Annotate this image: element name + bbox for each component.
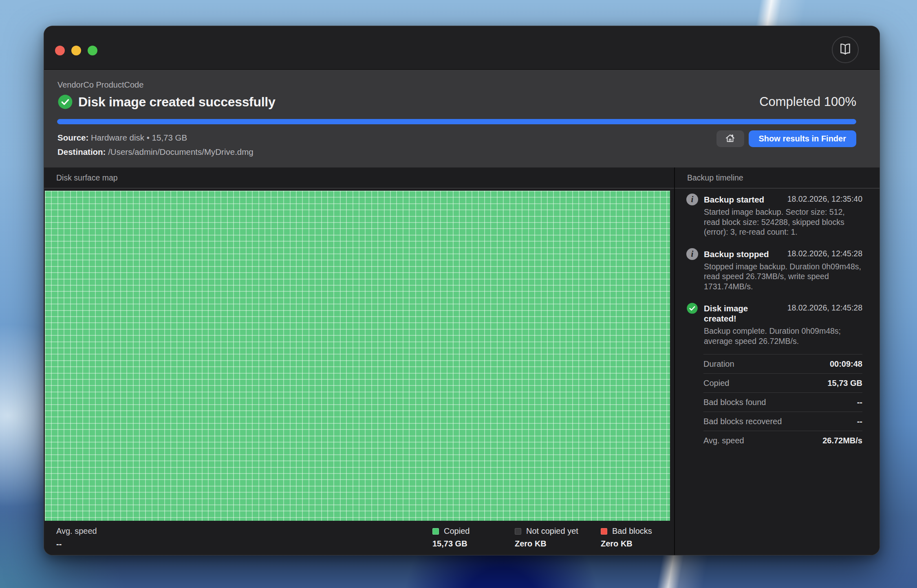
- stat-value: --: [857, 398, 862, 407]
- avg-speed-label: Avg. speed: [56, 526, 97, 536]
- legend-not-copied: Not copied yet Zero KB: [515, 526, 578, 548]
- stat-row: Duration 00:09:48: [703, 354, 862, 373]
- timeline-title: Backup timeline: [687, 173, 743, 183]
- stat-value: 26.72MB/s: [822, 436, 862, 445]
- stat-row: Bad blocks recovered --: [703, 412, 862, 431]
- stat-row: Copied 15,73 GB: [703, 373, 862, 392]
- timeline-content: i Backup started 18.02.2026, 12:35:40 St…: [675, 189, 880, 450]
- legend-copied: Copied 15,73 GB: [432, 526, 470, 548]
- source-line: Source: Hardware disk • 15,73 GB: [57, 133, 187, 143]
- legend-label: Bad blocks: [612, 526, 652, 536]
- event-description: Started image backup. Sector size: 512, …: [704, 207, 862, 237]
- status-row: Disk image created successfully Complete…: [57, 94, 856, 110]
- backup-timeline-panel: Backup timeline i Backup started 18.02.2…: [675, 167, 880, 555]
- timeline-stats: Duration 00:09:48 Copied 15,73 GB Bad bl…: [703, 354, 862, 450]
- minimize-button[interactable]: [71, 46, 81, 55]
- disk-surface-map: [45, 191, 670, 521]
- info-icon: i: [686, 248, 698, 260]
- stat-label: Copied: [703, 379, 729, 388]
- main-content: Disk surface map Avg. speed -- Copied 15…: [44, 167, 880, 555]
- info-icon: i: [686, 194, 698, 205]
- book-icon: [838, 42, 853, 58]
- event-description: Backup complete. Duration 0h09m48s; aver…: [704, 326, 862, 346]
- legend-label: Not copied yet: [526, 526, 578, 536]
- event-datetime: 18.02.2026, 12:35:40: [787, 194, 862, 205]
- stat-value: 15,73 GB: [827, 379, 862, 388]
- bad-blocks-swatch-icon: [601, 528, 607, 535]
- not-copied-swatch-icon: [515, 528, 521, 535]
- destination-label: Destination:: [57, 147, 106, 156]
- log-book-button[interactable]: [832, 36, 859, 63]
- stat-value: 00:09:48: [830, 359, 862, 369]
- event-title: Disk image created!: [704, 303, 775, 324]
- destination-line: Destination: /Users/admin/Documents/MyDr…: [57, 147, 253, 157]
- copied-swatch-icon: [432, 528, 439, 535]
- legend-label: Copied: [444, 526, 470, 536]
- legend-value: Zero KB: [515, 539, 578, 548]
- timeline-event: Disk image created! 18.02.2026, 12:45:28…: [686, 303, 862, 346]
- timeline-event: i Backup started 18.02.2026, 12:35:40 St…: [686, 194, 862, 237]
- stat-row: Bad blocks found --: [703, 392, 862, 412]
- surface-map-header: Disk surface map: [44, 167, 674, 189]
- stat-label: Bad blocks recovered: [703, 417, 782, 426]
- success-check-icon: [686, 302, 698, 314]
- timeline-header: Backup timeline: [675, 167, 880, 189]
- surface-map-title: Disk surface map: [56, 173, 118, 183]
- event-datetime: 18.02.2026, 12:45:28: [787, 303, 862, 324]
- source-value: Hardware disk • 15,73 GB: [91, 133, 187, 142]
- source-label: Source:: [57, 133, 88, 142]
- progress-bar-fill: [57, 119, 856, 124]
- close-button[interactable]: [55, 46, 65, 55]
- avg-speed-value: --: [56, 540, 97, 549]
- avg-speed-block: Avg. speed --: [56, 526, 97, 549]
- stat-value: --: [857, 417, 862, 426]
- device-label: VendorCo ProductCode: [57, 80, 143, 90]
- fullscreen-button[interactable]: [88, 46, 97, 55]
- status-header: VendorCo ProductCode Disk image created …: [44, 70, 880, 167]
- completed-percent: Completed 100%: [759, 95, 856, 109]
- show-results-button[interactable]: Show results in Finder: [749, 130, 856, 147]
- page-title: Disk image created successfully: [78, 95, 275, 110]
- app-window: VendorCo ProductCode Disk image created …: [44, 26, 880, 555]
- stat-label: Avg. speed: [703, 436, 744, 445]
- legend-value: 15,73 GB: [432, 539, 470, 548]
- legend-value: Zero KB: [601, 539, 652, 548]
- stat-label: Bad blocks found: [703, 398, 766, 407]
- stat-row: Avg. speed 26.72MB/s: [703, 431, 862, 450]
- disk-surface-section: Disk surface map Avg. speed -- Copied 15…: [44, 167, 674, 555]
- event-datetime: 18.02.2026, 12:45:28: [787, 249, 862, 259]
- home-icon: [725, 133, 736, 145]
- map-footer: Avg. speed -- Copied 15,73 GB Not copied…: [44, 521, 674, 555]
- destination-value: /Users/admin/Documents/MyDrive.dmg: [108, 147, 253, 156]
- event-title: Backup started: [704, 194, 764, 205]
- success-check-icon: [57, 94, 73, 110]
- header-buttons: Show results in Finder: [716, 130, 856, 147]
- timeline-event: i Backup stopped 18.02.2026, 12:45:28 St…: [686, 249, 862, 292]
- home-button[interactable]: [716, 130, 744, 147]
- progress-bar: [57, 119, 856, 124]
- legend-bad-blocks: Bad blocks Zero KB: [601, 526, 652, 548]
- traffic-lights: [55, 46, 97, 55]
- window-titlebar[interactable]: [44, 26, 880, 70]
- event-title: Backup stopped: [704, 249, 769, 259]
- event-description: Stopped image backup. Duration 0h09m48s,…: [704, 262, 862, 292]
- stat-label: Duration: [703, 359, 734, 369]
